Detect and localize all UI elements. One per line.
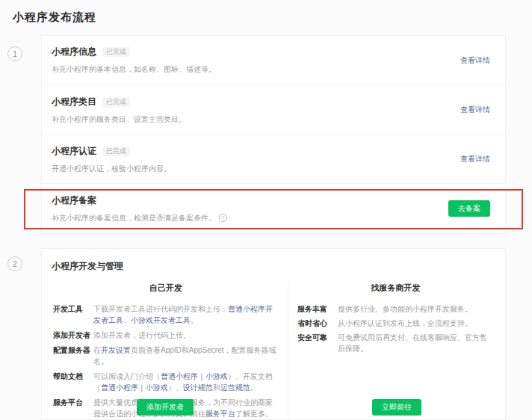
vendor-develop-header: 找服务商开发 (297, 282, 494, 294)
status-badge: 已完成 (102, 97, 130, 107)
row-help-docs: 帮助文档 可以阅读入门介绍（普通小程序｜小游戏）、开发文档（普通小程序｜小游戏）… (53, 371, 279, 393)
row-text: 可以阅读入门介绍（普通小程序｜小游戏）、开发文档（普通小程序｜小游戏）、设计规范… (93, 371, 279, 393)
row-text: 下载开发者工具进行代码的开发和上传：普通小程序开发者工具、小游戏开发者工具。 (93, 303, 279, 326)
card-miniprogram-category: 小程序类目 已完成 补充小程序的服务类目、设置主营类目。 查看详情 (42, 85, 505, 135)
self-develop-action-zone: 添加开发者 (42, 399, 288, 416)
vendor-develop-action-zone: 立即前往 (288, 399, 505, 416)
go-filing-button[interactable]: 去备案 (448, 200, 490, 217)
add-developer-button[interactable]: 添加开发者 (137, 399, 194, 416)
card-desc: 开通小程序认证，核验小程序内容。 (52, 164, 171, 174)
row-rich-services: 服务丰富 提供多行业、多功能的小程序开发服务。 (297, 303, 494, 315)
text-segment: 可以阅读入门介绍（ (93, 372, 161, 380)
release-steps-panel: 小程序信息 已完成 补充小程序的基本信息，如名称、图标、描述等。 查看详情 小程… (41, 35, 506, 234)
card-title: 小程序类目 (52, 96, 96, 108)
intro-guide-link[interactable]: 普通小程序｜小游戏 (161, 372, 228, 380)
row-configure-server: 配置服务器 在开发设置页面查看AppID和AppSecret，配置服务器域名。 (53, 345, 279, 367)
row-dev-tools: 开发工具 下载开发者工具进行代码的开发和上传：普通小程序开发者工具、小游戏开发者… (53, 303, 279, 326)
row-save-time: 省时省心 从小程序认证到发布上线，全流程支持。 (297, 318, 494, 329)
text-segment: 。 (191, 316, 198, 324)
text-segment: ）、 (168, 383, 183, 392)
row-text: 在开发设置页面查看AppID和AppSecret，配置服务器域名。 (93, 345, 279, 367)
text-segment: 下载开发者工具进行代码的开发和上传： (93, 305, 228, 313)
row-safe-reliable: 安全可靠 可免费试用后再支付、在线客服响应、官方售后保障。 (297, 332, 494, 354)
row-label: 服务丰富 (297, 303, 338, 315)
text-segment: 添加开发者，进行代码上传。 (93, 331, 191, 339)
row-add-developer: 添加开发者 添加开发者，进行代码上传。 (53, 330, 279, 341)
card-miniprogram-info: 小程序信息 已完成 补充小程序的基本信息，如名称、图标、描述等。 查看详情 (42, 36, 505, 85)
section-title: 小程序开发与管理 (42, 249, 505, 273)
text-segment: 和 (213, 383, 220, 392)
dev-settings-link[interactable]: 开发设置 (101, 346, 131, 354)
step-1-circle: 1 (7, 46, 22, 61)
step-2-circle: 2 (7, 256, 22, 271)
row-label: 配置服务器 (53, 345, 93, 367)
card-miniprogram-icp-filing: 小程序备案 补充小程序的备案信息，检测是否满足备案条件。 ? 去备案 (42, 184, 505, 233)
row-text: 可免费试用后再支付、在线客服响应、官方售后保障。 (338, 332, 494, 354)
dev-docs-link[interactable]: 普通小程序｜小游戏 (101, 383, 168, 392)
row-label: 帮助文档 (53, 371, 93, 393)
row-text: 从小程序认证到发布上线，全流程支持。 (338, 318, 494, 329)
card-main: 小程序备案 补充小程序的备案信息，检测是否满足备案条件。 ? (52, 194, 227, 223)
status-badge: 已完成 (102, 47, 130, 57)
operation-spec-link[interactable]: 运营规范 (220, 383, 250, 392)
row-label: 省时省心 (297, 318, 338, 329)
view-details-link[interactable]: 查看详情 (460, 55, 490, 66)
design-spec-link[interactable]: 设计规范 (183, 383, 213, 392)
view-details-link[interactable]: 查看详情 (460, 154, 490, 164)
step-1-number: 1 (13, 50, 17, 58)
row-label: 添加开发者 (53, 330, 93, 341)
card-title: 小程序认证 (52, 145, 96, 158)
card-desc: 补充小程序的基本信息，如名称、图标、描述等。 (52, 64, 216, 75)
row-label: 安全可靠 (297, 332, 338, 354)
card-title: 小程序信息 (52, 46, 96, 58)
card-main: 小程序信息 已完成 补充小程序的基本信息，如名称、图标、描述等。 (52, 46, 216, 75)
row-label: 开发工具 (53, 303, 93, 326)
card-desc: 补充小程序的服务类目、设置主营类目。 (52, 114, 186, 125)
card-title: 小程序备案 (52, 194, 96, 207)
view-details-link[interactable]: 查看详情 (460, 105, 490, 115)
card-main: 小程序类目 已完成 补充小程序的服务类目、设置主营类目。 (52, 96, 186, 125)
page-title: 小程序发布流程 (13, 10, 96, 25)
row-text: 添加开发者，进行代码上传。 (93, 330, 279, 341)
self-develop-header: 自己开发 (53, 282, 279, 294)
card-desc: 补充小程序的备案信息，检测是否满足备案条件。 ? (52, 213, 227, 223)
info-icon[interactable]: ? (219, 214, 227, 222)
card-miniprogram-verification: 小程序认证 已完成 开通小程序认证，核验小程序内容。 查看详情 (42, 135, 505, 184)
card-main: 小程序认证 已完成 开通小程序认证，核验小程序内容。 (52, 145, 171, 174)
go-now-button[interactable]: 立即前往 (372, 399, 421, 416)
card-desc-text: 补充小程序的备案信息，检测是否满足备案条件。 (52, 213, 216, 223)
text-segment: 在 (93, 346, 101, 354)
status-badge: 已完成 (102, 146, 130, 156)
step-2-number: 2 (13, 260, 17, 268)
text-segment: 。 (250, 383, 258, 392)
development-panel: 小程序开发与管理 自己开发 开发工具 下载开发者工具进行代码的开发和上传：普通小… (41, 248, 506, 420)
row-text: 提供多行业、多功能的小程序开发服务。 (338, 303, 494, 315)
